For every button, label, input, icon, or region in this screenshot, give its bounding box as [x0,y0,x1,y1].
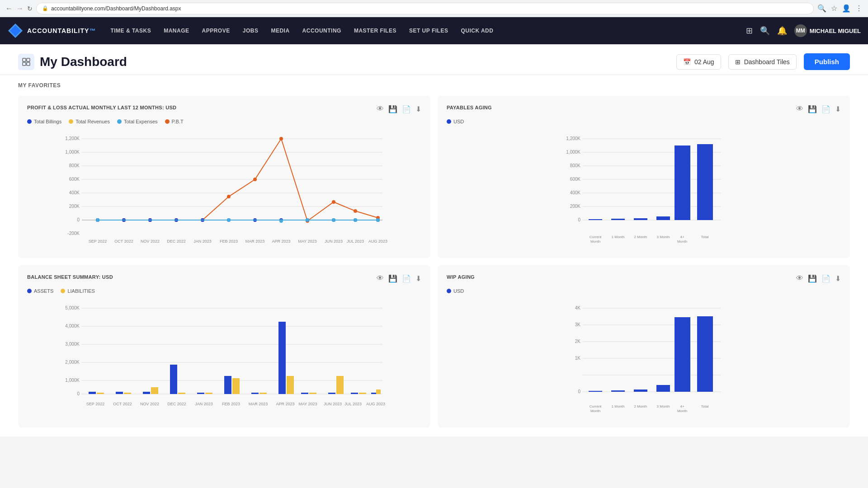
payables-usd-label: USD [453,119,464,124]
nav-item-master-files[interactable]: MASTER FILES [349,24,402,38]
pl-legend-billings: Total Billings [27,119,61,124]
svg-point-62 [332,218,335,222]
svg-text:1,000K: 1,000K [65,378,80,383]
nav-item-quick-add[interactable]: QUICK ADD [455,24,499,38]
balance-legend-liabilities: LIABILITIES [61,288,95,294]
svg-text:SEP 2022: SEP 2022 [86,402,104,406]
balance-view-icon[interactable]: 👁 [377,274,384,283]
svg-text:SEP 2022: SEP 2022 [89,239,107,244]
balance-liabilities-label: LIABILITIES [67,288,95,294]
pl-download-icon[interactable]: ⬇ [415,105,421,113]
nav-bell-icon[interactable]: 🔔 [777,26,787,36]
payables-doc-icon[interactable]: 📄 [821,105,830,113]
balance-download-icon[interactable]: ⬇ [415,274,421,283]
svg-point-43 [332,200,335,204]
svg-point-58 [96,218,99,222]
svg-text:5,000K: 5,000K [65,305,80,310]
wip-doc-icon[interactable]: 📄 [821,274,830,283]
nav-item-approve[interactable]: APPROVE [197,24,236,38]
nav-item-manage[interactable]: MANAGE [158,24,194,38]
svg-text:2K: 2K [575,339,581,344]
balance-doc-icon[interactable]: 📄 [402,274,411,283]
dashboard-tiles-button[interactable]: ⊞ Dashboard Tiles [728,54,797,70]
svg-text:FEB 2023: FEB 2023 [220,239,238,244]
balance-chart-container: 5,000K 4,000K 3,000K 2,000K 1,000K 0 [27,299,421,418]
pl-chart-title: PROFIT & LOSS ACTUAL MONTHLY LAST 12 MON… [27,105,176,110]
svg-point-44 [354,209,357,213]
wip-usd-dot [447,289,451,293]
browser-profile-icon[interactable]: 👤 [842,4,851,13]
page-header-actions: 📅 02 Aug ⊞ Dashboard Tiles Publish [676,53,850,70]
pl-chart-svg: 1,200K 1,000K 800K 600K 400K 200K 0 -200… [27,130,421,247]
wip-view-icon[interactable]: 👁 [796,274,803,283]
svg-rect-155 [656,385,670,392]
browser-back-button[interactable]: ← [5,5,13,13]
svg-text:JUL 2023: JUL 2023 [347,239,364,244]
payables-usd-dot [447,119,451,124]
svg-text:4+: 4+ [680,235,684,239]
nav-item-jobs[interactable]: JOBS [237,24,264,38]
svg-rect-128 [376,389,381,394]
pl-save-icon[interactable]: 💾 [388,105,397,113]
svg-rect-2 [23,58,26,61]
svg-text:JAN 2023: JAN 2023 [195,402,213,406]
pl-revenues-label: Total Revenues [75,119,110,124]
svg-text:Current: Current [590,404,602,408]
svg-rect-5 [27,62,30,66]
wip-download-icon[interactable]: ⬇ [835,274,841,283]
payables-download-icon[interactable]: ⬇ [835,105,841,113]
svg-text:JAN 2023: JAN 2023 [193,239,212,244]
date-button[interactable]: 📅 02 Aug [676,54,721,70]
wip-chart-title: WIP AGING [447,274,475,280]
nav-right: ⊞ 🔍 🔔 MM MICHAEL MIGUEL [746,24,861,37]
balance-assets-label: ASSETS [34,288,53,294]
browser-search-icon[interactable]: 🔍 [817,4,826,13]
wip-chart-actions: 👁 💾 📄 ⬇ [796,274,841,283]
browser-menu-icon[interactable]: ⋮ [855,4,863,13]
pl-billings-label: Total Billings [34,119,61,124]
pl-pbt-label: P.B.T [172,119,184,124]
balance-chart-header: BALANCE SHEET SUMMARY: USD 👁 💾 📄 ⬇ [27,274,421,283]
svg-text:3,000K: 3,000K [65,342,80,347]
nav-item-accounting[interactable]: ACCOUNTING [297,24,347,38]
nav-item-time-tasks[interactable]: TIME & TASKS [105,24,156,38]
svg-text:Month: Month [590,409,600,413]
svg-text:Total: Total [701,235,709,239]
svg-rect-116 [232,378,240,394]
balance-chart-svg: 5,000K 4,000K 3,000K 2,000K 1,000K 0 [27,299,421,417]
pl-view-icon[interactable]: 👁 [377,105,384,113]
svg-text:200K: 200K [69,204,80,209]
nav-item-media[interactable]: MEDIA [265,24,295,38]
payables-save-icon[interactable]: 💾 [808,105,817,113]
pl-revenues-dot [69,119,73,124]
publish-button[interactable]: Publish [804,53,850,70]
payables-legend: USD [447,119,841,124]
nav-item-setup-files[interactable]: SET UP FILES [404,24,453,38]
svg-rect-120 [287,376,294,394]
pl-doc-icon[interactable]: 📄 [402,105,411,113]
browser-url-bar[interactable]: 🔒 accountabilityone.com/Dashboard/MyDash… [36,3,814,14]
pl-pbt-dot [165,119,170,124]
browser-refresh-button[interactable]: ↻ [27,5,33,12]
nav-logo[interactable]: ACCOUNTABILITY™ [7,23,96,39]
browser-bookmark-icon[interactable]: ☆ [831,4,837,13]
svg-text:600K: 600K [570,177,581,182]
pl-legend-revenues: Total Revenues [69,119,110,124]
svg-text:0: 0 [77,217,80,222]
nav-apps-icon[interactable]: ⊞ [746,26,753,36]
page-dashboard-icon [18,54,34,70]
svg-rect-110 [151,387,158,394]
svg-text:Month: Month [677,239,687,244]
balance-save-icon[interactable]: 💾 [388,274,397,283]
svg-point-39 [227,195,231,198]
svg-rect-109 [143,392,150,394]
svg-text:MAY 2023: MAY 2023 [298,239,316,244]
nav-user[interactable]: MM MICHAEL MIGUEL [794,24,861,37]
svg-rect-112 [178,393,185,394]
browser-forward-button[interactable]: → [16,5,24,13]
payables-view-icon[interactable]: 👁 [796,105,803,113]
nav-items: TIME & TASKS MANAGE APPROVE JOBS MEDIA A… [105,24,745,38]
svg-text:0: 0 [578,217,580,222]
wip-save-icon[interactable]: 💾 [808,274,817,283]
nav-search-icon[interactable]: 🔍 [760,26,770,36]
